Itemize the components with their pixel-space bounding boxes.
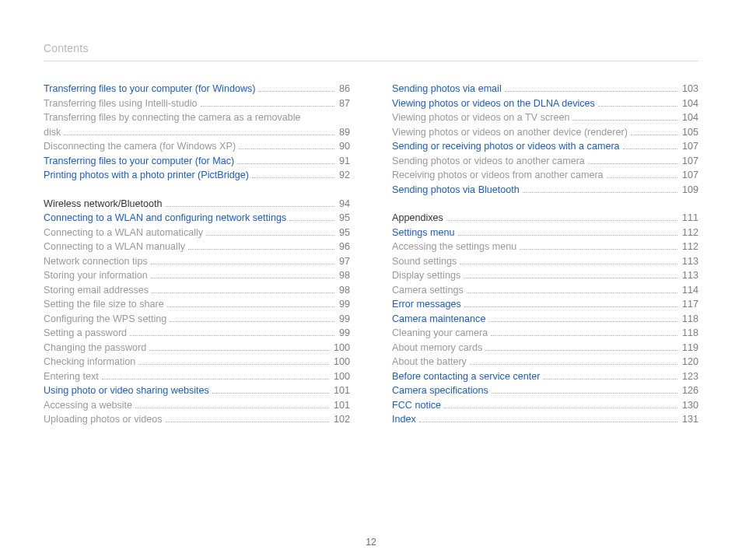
toc-entry-page: 130 [681, 398, 698, 413]
toc-entry-label: Sound settings [392, 254, 457, 269]
toc-entry-label: About memory cards [392, 341, 482, 355]
toc-spacer [392, 197, 698, 211]
toc-entry: Setting the file size to share99 [44, 297, 350, 312]
toc-entry[interactable]: Transferring files to your computer (for… [44, 82, 350, 96]
toc-entry[interactable]: Index131 [392, 412, 698, 427]
toc-entry: disk89 [44, 125, 350, 140]
toc-entry-page: 99 [338, 326, 350, 341]
toc-entry-label: Checking information [44, 355, 135, 369]
toc-entry-page: 95 [338, 211, 350, 226]
toc-entry-label: Transferring files using Intelli-studio [44, 96, 198, 111]
toc-entry-page: 131 [681, 412, 698, 427]
toc-leader-dots [167, 299, 334, 307]
toc-entry: Accessing the settings menu112 [392, 240, 698, 254]
toc-entry[interactable]: Appendixes111 [392, 211, 698, 226]
toc-entry-label: Settings menu [392, 226, 455, 240]
toc-entry-label: Error messages [392, 297, 461, 312]
toc-entry: Network connection tips97 [44, 254, 350, 269]
toc-leader-dots [135, 400, 329, 408]
page: Contents Transferring files to your comp… [0, 0, 742, 560]
toc-leader-dots [631, 127, 677, 135]
toc-entry-page: 111 [681, 211, 698, 226]
toc-entry-label: About the battery [392, 355, 467, 369]
toc-leader-dots [492, 386, 677, 394]
toc-entry-page: 98 [338, 283, 350, 298]
toc-entry-page: 97 [338, 254, 350, 269]
toc-leader-dots [505, 84, 677, 92]
toc-entry[interactable]: Printing photos with a photo printer (Pi… [44, 168, 350, 183]
toc-entry: Viewing photos or videos on a TV screen1… [392, 110, 698, 125]
toc-entry-label: Wireless network/Bluetooth [44, 197, 163, 212]
toc-entry-label: Using photo or video sharing websites [44, 383, 209, 398]
toc-entry-page: 99 [338, 297, 350, 312]
toc-entry-page: 92 [338, 168, 350, 183]
toc-spacer [44, 183, 350, 197]
toc-leader-dots [485, 342, 677, 350]
toc-entry-page: 120 [681, 355, 698, 369]
toc-entry[interactable]: Viewing photos or videos on the DLNA dev… [392, 96, 698, 111]
toc-entry-label: Sending photos or videos to another came… [392, 154, 585, 169]
toc-leader-dots [206, 227, 334, 235]
toc-col-right: Sending photos via email103Viewing photo… [392, 82, 698, 427]
toc-entry-label: Sending or receiving photos or videos wi… [392, 139, 620, 154]
toc-entry[interactable]: Camera maintenance118 [392, 312, 698, 327]
toc-entry[interactable]: Connecting to a WLAN and configuring net… [44, 211, 350, 226]
toc-entry-label: Cleaning your camera [392, 326, 488, 341]
toc-entry-page: 96 [338, 240, 350, 254]
page-header: Contents [44, 42, 698, 61]
toc-leader-dots [252, 170, 334, 178]
toc-entry: Sending photos or videos to another came… [392, 154, 698, 169]
toc-entry-page: 94 [338, 197, 350, 212]
toc-entry[interactable]: Camera specifications126 [392, 383, 698, 398]
toc-entry-label: Camera specifications [392, 383, 488, 398]
toc-entry-page: 107 [681, 154, 698, 169]
toc-leader-dots [572, 113, 677, 121]
toc-leader-dots [460, 256, 677, 264]
toc-entry-page: 86 [338, 82, 350, 96]
toc-entry-label: Before contacting a service center [392, 369, 540, 384]
toc-entry-label: Changing the password [44, 341, 146, 355]
toc-entry[interactable]: Sending photos via Bluetooth109 [392, 183, 698, 198]
toc-entry-page: 105 [681, 125, 698, 140]
toc-entry-page: 114 [681, 283, 698, 298]
toc-leader-dots [170, 313, 334, 321]
toc-entry-label: Transferring files by connecting the cam… [44, 110, 301, 125]
toc-leader-dots [166, 198, 334, 206]
toc-entry[interactable]: Transferring files to your computer (for… [44, 154, 350, 169]
toc-entry-label: Storing your information [44, 268, 148, 283]
toc-entry[interactable]: Sending photos via email103 [392, 82, 698, 96]
toc-entry-page: 112 [681, 240, 698, 254]
toc-entry[interactable]: Before contacting a service center123 [392, 369, 698, 384]
toc-leader-dots [446, 213, 677, 221]
toc-entry: Configuring the WPS setting99 [44, 312, 350, 327]
toc-entry: Setting a password99 [44, 326, 350, 341]
toc-entry-page: 126 [681, 383, 698, 398]
toc-entry[interactable]: Wireless network/Bluetooth94 [44, 197, 350, 212]
toc-entry-page: 101 [332, 383, 350, 398]
toc-entry: Display settings113 [392, 268, 698, 283]
toc-entry-label: Connecting to a WLAN manually [44, 240, 185, 254]
toc-leader-dots [239, 142, 334, 149]
toc-entry[interactable]: FCC notice130 [392, 398, 698, 413]
toc-leader-dots [152, 285, 334, 292]
toc-entry: Receiving photos or videos from another … [392, 168, 698, 183]
toc-leader-dots [188, 242, 334, 250]
toc-entry: Transferring files by connecting the cam… [44, 110, 350, 125]
toc-entry-label: Transferring files to your computer (for… [44, 82, 255, 96]
toc-entry-page: 87 [338, 96, 350, 111]
toc-col-left: Transferring files to your computer (for… [44, 82, 350, 427]
toc-leader-dots [543, 371, 677, 379]
toc-entry-label: Display settings [392, 268, 460, 283]
toc-entry-page: 118 [681, 326, 698, 341]
toc-entry-label: Appendixes [392, 211, 443, 226]
toc-entry-page: 113 [681, 254, 698, 269]
toc-entry[interactable]: Sending or receiving photos or videos wi… [392, 139, 698, 154]
toc-entry[interactable]: Using photo or video sharing websites101 [44, 383, 350, 398]
toc-leader-dots [201, 98, 334, 106]
toc-entry: About memory cards119 [392, 341, 698, 355]
toc-leader-dots [64, 127, 334, 135]
toc-entry[interactable]: Error messages117 [392, 297, 698, 312]
toc-entry[interactable]: Settings menu112 [392, 226, 698, 240]
toc-entry: Entering text100 [44, 369, 350, 384]
toc-leader-dots [151, 256, 334, 264]
